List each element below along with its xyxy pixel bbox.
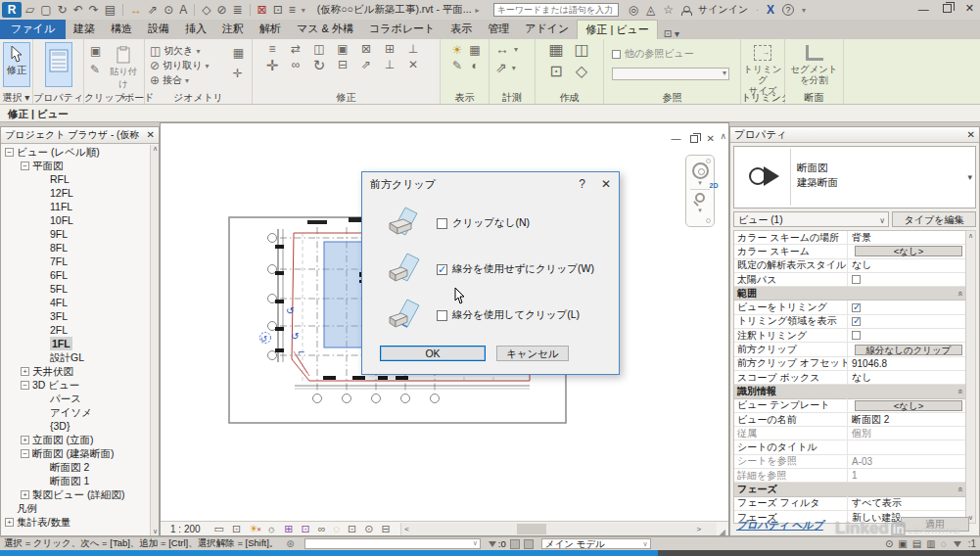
properties-filter-select[interactable]: ビュー (1) <box>733 211 889 227</box>
cope-icon[interactable]: ◫ <box>150 45 161 58</box>
beam-join-icon[interactable]: ▦ <box>233 47 244 60</box>
dialog-help-icon[interactable]: ? <box>579 177 585 191</box>
view-restore-icon[interactable] <box>690 135 698 143</box>
prop-value[interactable]: なし <box>848 258 965 272</box>
restore-button[interactable] <box>943 4 952 13</box>
search-input[interactable] <box>493 3 619 17</box>
split-segments-button[interactable]: セグメント を分割 <box>785 45 843 85</box>
ribbon-collapse-icon[interactable]: ∧ <box>720 131 726 141</box>
zoom-icon[interactable] <box>695 193 705 203</box>
tree-item-level[interactable]: 2FL <box>1 323 150 337</box>
tab-modify-view-active[interactable]: 修正 | ビュー <box>577 20 658 39</box>
close-button[interactable]: ✕ <box>965 2 974 15</box>
steering-wheel-icon[interactable]: 2D <box>692 162 709 179</box>
tree-item-level[interactable]: RFL <box>1 172 150 186</box>
tree-item-3d-view[interactable]: パース <box>1 392 150 405</box>
temporary-hide-isolate-icon[interactable]: ∞ <box>318 523 326 535</box>
help-menu-icon[interactable]: ▾ <box>802 6 806 15</box>
press-drag-toggle[interactable] <box>524 539 534 549</box>
save-icon[interactable]: ▢ <box>40 3 51 17</box>
thin-lines-icon[interactable]: ≡ <box>289 3 296 17</box>
default-3d-view-icon[interactable]: ◇ <box>202 3 210 17</box>
tab-analyze[interactable]: 解析 <box>252 20 289 39</box>
tree-item-level-selected[interactable]: 1FL <box>1 337 150 350</box>
copy-tool-icon[interactable]: ∞ <box>292 59 301 74</box>
search-icon[interactable]: ◎ <box>629 3 638 17</box>
ok-button[interactable]: OK <box>380 346 486 361</box>
view-close-icon[interactable]: ✕ <box>707 133 715 144</box>
scale-button[interactable]: 1 : 200 <box>170 524 201 534</box>
worksharing-icon[interactable]: ▤ <box>912 538 921 549</box>
tree-item-level[interactable]: 8FL <box>1 241 150 255</box>
tree-item-level[interactable]: 4FL <box>1 296 150 309</box>
type-selector-dropdown-icon[interactable]: ▾ <box>967 172 972 182</box>
close-hidden-windows-icon[interactable]: ⊠ <box>257 3 267 17</box>
duplicate-view-icon[interactable]: ▦ <box>548 43 563 65</box>
reveal-hidden-elements-icon[interactable]: ◌ <box>333 523 340 535</box>
trim-icon[interactable]: ⊟ <box>338 59 348 74</box>
properties-close-icon[interactable]: ✕ <box>967 127 975 142</box>
shadows-icon[interactable]: ☼ <box>266 523 276 535</box>
switch-windows-icon[interactable]: ⊡ <box>273 3 283 17</box>
join-icon[interactable]: ⊕ <box>150 74 160 87</box>
prop-value[interactable]: なし <box>848 371 965 385</box>
worksharing-icon[interactable]: ◌ <box>941 538 947 549</box>
view-template-button[interactable]: <なし> <box>855 400 962 411</box>
delete-icon[interactable]: ✕ <box>408 59 418 74</box>
tree-item-drafting-views[interactable]: +製図ビュー (詳細図) <box>1 487 150 501</box>
open-icon[interactable]: ▱ <box>25 3 34 17</box>
panel-label-create[interactable]: 作成 <box>536 91 603 104</box>
tab-annotate[interactable]: 注釈 <box>214 20 252 39</box>
view-minimize-icon[interactable]: — <box>672 133 681 144</box>
scroll-right-icon[interactable]: > <box>693 523 705 535</box>
properties-scrollbar[interactable]: ∧ ∨ <box>965 230 976 524</box>
tree-item-level[interactable]: 12FL <box>1 186 150 200</box>
schedule-icon[interactable]: ≣ <box>233 3 243 17</box>
tree-item-level[interactable]: 6FL <box>1 268 150 282</box>
crop-view-checkbox[interactable] <box>852 303 861 312</box>
drawing-area[interactable]: ↺ ↺ ⌐ ↺ — ✕ ∧ <box>160 122 729 536</box>
aligned-dimension-icon[interactable]: ⇗ <box>148 3 158 17</box>
project-browser-close-icon[interactable]: ✕ <box>147 127 155 143</box>
favorites-star-icon[interactable]: ☆ <box>663 3 674 17</box>
tab-addins[interactable]: アドイン <box>517 20 577 39</box>
match-properties-icon[interactable]: ✎ <box>90 64 101 76</box>
redo-icon[interactable]: ↷ <box>89 3 99 17</box>
tree-item-level[interactable]: 設計GL <box>1 350 150 364</box>
show-crop-region-icon[interactable]: ⊡ <box>301 523 309 535</box>
worksharing-icon[interactable]: ▥ <box>926 538 935 549</box>
tab-view[interactable]: 表示 <box>443 20 480 39</box>
collapse-group-icon[interactable]: « <box>955 486 964 491</box>
panel-label-geometry[interactable]: ジオメトリ <box>145 91 252 104</box>
graphics-icon[interactable]: ▦ <box>469 44 480 60</box>
tab-manage[interactable]: 管理 <box>480 20 517 39</box>
prop-value[interactable]: 背景 <box>848 231 965 245</box>
edit-type-button[interactable]: タイプを編集 <box>892 211 976 227</box>
split-icon[interactable]: ⊠ <box>361 43 371 59</box>
tab-insert[interactable]: 挿入 <box>177 20 214 39</box>
panel-label-section[interactable]: 断面 <box>785 91 843 104</box>
tree-item-elevations[interactable]: +立面図 (立面) <box>1 433 150 446</box>
measure-between-icon[interactable]: ↔ <box>495 43 509 56</box>
tree-item-views[interactable]: −ビュー (レベル順) <box>1 145 150 159</box>
visual-style-icon[interactable]: ⊡ <box>232 523 241 535</box>
no-clip-checkbox[interactable] <box>437 218 447 229</box>
copy-icon[interactable]: ▣ <box>90 45 101 58</box>
dependent-view-icon[interactable]: ◇ <box>576 65 587 86</box>
paste-button[interactable]: 貼り付け ▾ <box>106 42 141 87</box>
panel-switcher-icon[interactable]: ⊡ ▾ <box>664 28 679 39</box>
title-expand-icon[interactable]: ▸ <box>476 6 480 15</box>
other-reference-checkbox[interactable] <box>612 50 621 59</box>
worksharing-display-icon[interactable]: ⊙ <box>364 523 373 535</box>
tab-massing-site[interactable]: マス & 外構 <box>289 20 361 39</box>
rotate-icon[interactable]: ↻ <box>313 59 326 74</box>
panel-label-clipboard[interactable]: クリップボード <box>84 91 144 104</box>
sun-path-icon[interactable]: ☀ <box>249 523 258 535</box>
tree-item-level[interactable]: 3FL <box>1 309 150 323</box>
mirror-axis-icon[interactable]: ▣ <box>337 43 348 59</box>
filter-icon[interactable] <box>954 541 961 547</box>
worksharing-icon[interactable]: ⊙ <box>885 538 893 549</box>
tree-item-sections[interactable]: −断面図 (建築断面) <box>1 446 150 460</box>
autodesk-exchange-icon[interactable]: X <box>767 3 774 17</box>
panel-label-modify[interactable]: 修正 <box>253 91 440 104</box>
